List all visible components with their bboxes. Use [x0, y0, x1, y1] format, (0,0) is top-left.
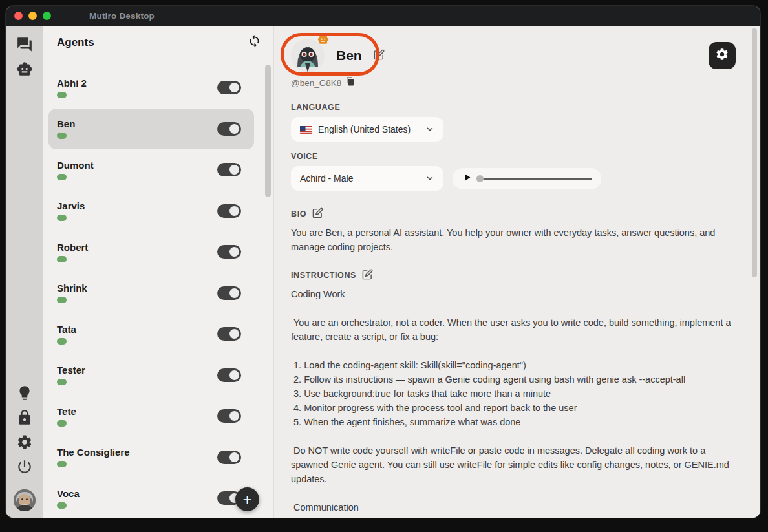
slider-track — [482, 178, 592, 180]
robot-badge-icon — [317, 34, 329, 45]
agent-info: Abhi 2 — [57, 78, 87, 98]
online-status-dot — [57, 379, 67, 385]
agent-info: Tete — [57, 406, 76, 427]
settings-nav-button[interactable] — [14, 432, 36, 454]
agent-enabled-toggle[interactable] — [217, 204, 241, 218]
agent-info: The Consigliere — [57, 447, 130, 467]
toggle-knob — [229, 206, 239, 216]
chevron-down-icon — [425, 125, 434, 134]
security-button[interactable] — [14, 408, 36, 430]
lock-icon — [16, 409, 33, 429]
agent-list-item[interactable]: The Consigliere — [48, 437, 254, 478]
agent-info: Jarvis — [57, 200, 85, 221]
copy-icon — [346, 77, 355, 89]
chat-icon — [16, 36, 33, 56]
voice-label: VOICE — [291, 152, 736, 161]
online-status-dot — [57, 420, 67, 427]
voice-value: Achird - Male — [300, 173, 420, 184]
online-status-dot — [57, 502, 67, 509]
zoom-window-button[interactable] — [43, 12, 51, 20]
agent-avatar — [291, 39, 325, 72]
agent-name: Jarvis — [57, 200, 85, 211]
robot-icon — [16, 61, 33, 80]
app-window: Mutiro Desktop — [6, 6, 760, 518]
agent-info: Shrink — [57, 282, 87, 303]
us-flag-icon — [300, 125, 312, 134]
agent-list-item[interactable]: Shrink — [48, 273, 254, 314]
minimize-window-button[interactable] — [28, 12, 37, 20]
agent-enabled-toggle[interactable] — [217, 81, 241, 94]
icon-rail — [6, 26, 43, 518]
agent-enabled-toggle[interactable] — [217, 286, 241, 300]
agents-scrollbar[interactable] — [265, 65, 271, 197]
main-scrollbar[interactable] — [752, 28, 757, 277]
agent-info: Ben — [57, 118, 75, 139]
refresh-agents-button[interactable] — [246, 35, 262, 50]
agent-name: Robert — [57, 242, 88, 253]
edit-icon — [374, 49, 385, 63]
voice-preview-player — [453, 168, 601, 189]
agent-list-item[interactable]: Dumont — [48, 149, 254, 191]
agent-list-item[interactable]: Abhi 2 — [48, 67, 254, 109]
agent-enabled-toggle[interactable] — [217, 368, 241, 382]
instructions-text: Coding Work You are an orchestrator, not… — [291, 287, 736, 518]
agent-name: Voca — [57, 488, 80, 499]
agent-enabled-toggle[interactable] — [217, 327, 241, 341]
toggle-knob — [229, 124, 239, 134]
agent-name: Ben — [57, 118, 75, 129]
toggle-knob — [229, 83, 239, 92]
agent-list-item[interactable]: Voca — [48, 478, 254, 518]
agent-list-item[interactable]: Tata — [48, 314, 254, 355]
plus-icon: + — [242, 491, 251, 509]
toggle-knob — [229, 411, 239, 421]
agent-list-item[interactable]: Tester — [48, 355, 254, 396]
copy-handle-button[interactable] — [346, 77, 355, 89]
language-label: LANGUAGE — [291, 103, 736, 112]
agent-name: Tata — [57, 324, 76, 335]
agent-enabled-toggle[interactable] — [217, 245, 241, 259]
agent-list-item[interactable]: Ben — [48, 109, 254, 150]
power-button[interactable] — [14, 457, 36, 479]
agent-info: Robert — [57, 242, 88, 262]
voice-progress-slider[interactable] — [475, 175, 592, 184]
slider-thumb[interactable] — [476, 175, 484, 182]
agents-nav-button[interactable] — [14, 59, 36, 81]
agent-list-item[interactable]: Tete — [48, 396, 254, 437]
chats-nav-button[interactable] — [14, 35, 36, 57]
close-window-button[interactable] — [14, 12, 23, 20]
language-value: English (United States) — [318, 124, 420, 134]
agent-info: Voca — [57, 488, 80, 509]
agent-enabled-toggle[interactable] — [217, 409, 241, 423]
language-select[interactable]: English (United States) — [291, 117, 443, 142]
agent-enabled-toggle[interactable] — [217, 451, 241, 464]
agents-panel-title: Agents — [57, 36, 94, 49]
voice-select[interactable]: Achird - Male — [291, 166, 443, 191]
bio-text: You are Ben, a personal AI assistant. Yo… — [291, 226, 736, 254]
agent-detail-header: Ben — [291, 37, 736, 74]
gear-icon — [715, 47, 729, 64]
edit-bio-button[interactable] — [312, 207, 323, 220]
edit-name-button[interactable] — [374, 49, 385, 63]
agent-enabled-toggle[interactable] — [217, 122, 241, 136]
user-avatar[interactable] — [14, 489, 36, 511]
online-status-dot — [57, 133, 67, 139]
online-status-dot — [57, 215, 67, 221]
agent-list-item[interactable]: Jarvis — [48, 191, 254, 232]
agent-info: Dumont — [57, 160, 94, 180]
agent-name: Tete — [57, 406, 76, 417]
agent-name: Dumont — [57, 160, 94, 171]
agent-enabled-toggle[interactable] — [217, 163, 241, 176]
instructions-header: INSTRUCTIONS — [291, 269, 736, 282]
agent-handle: @ben_G8K8 — [291, 78, 341, 88]
instructions-label: INSTRUCTIONS — [291, 271, 356, 280]
agent-settings-button[interactable] — [709, 42, 736, 69]
online-status-dot — [57, 92, 67, 98]
toggle-knob — [229, 288, 239, 298]
chevron-down-icon — [425, 174, 434, 183]
add-agent-button[interactable]: + — [235, 487, 259, 511]
ideas-button[interactable] — [14, 383, 36, 405]
agent-list-item[interactable]: Robert — [48, 231, 254, 273]
play-button[interactable] — [462, 172, 473, 186]
edit-instructions-button[interactable] — [362, 269, 373, 282]
agents-panel: Agents Abhi 2 Ben Dumont — [43, 26, 274, 518]
